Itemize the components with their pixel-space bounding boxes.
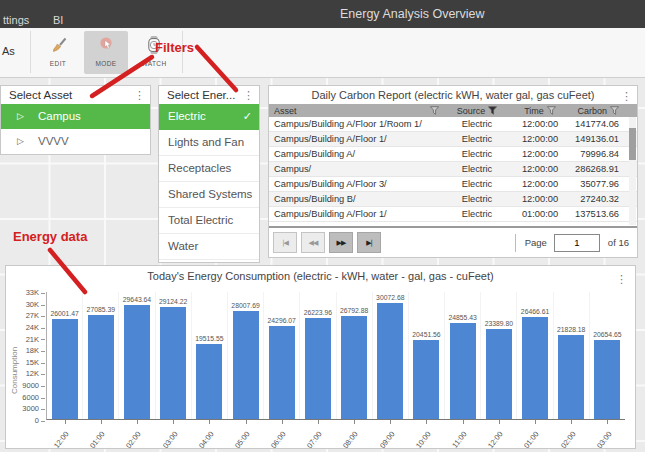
chart-bar[interactable] [88, 315, 114, 419]
chart-bar[interactable] [413, 340, 439, 419]
chart-bar-slot: 26223.96 [299, 292, 335, 419]
chart-bar-slot: 29643.64 [118, 292, 154, 419]
x-axis-tick-label: 07:00 [305, 430, 324, 450]
x-axis-tick: 09:00 [372, 422, 408, 448]
x-axis-tick: 11:00 [444, 422, 480, 448]
bar-value-label: 23389.80 [485, 320, 513, 327]
filter-funnel-icon[interactable] [610, 106, 619, 115]
x-axis-tick-label: 05:00 [233, 430, 252, 450]
column-header-asset[interactable]: Asset [269, 106, 445, 116]
chart-bar[interactable] [233, 311, 259, 419]
cell-source: Electric [445, 194, 509, 204]
column-label: Asset [274, 106, 297, 116]
chart-bar[interactable] [269, 326, 295, 420]
scrollbar-thumb[interactable] [629, 128, 636, 160]
y-axis-tick-label: 9000 [22, 381, 39, 390]
bar-value-label: 19515.55 [195, 335, 223, 342]
cell-time: 12:00:00 [509, 149, 571, 159]
bar-value-label: 21828.18 [557, 326, 585, 333]
save-as-button-truncated[interactable]: As [2, 45, 15, 57]
energy-item-lights-and-fan[interactable]: Lights and Fan [159, 130, 259, 156]
column-header-time[interactable]: Time [509, 106, 571, 116]
menu-settings-truncated[interactable]: ttings [3, 14, 29, 26]
cell-carbon: 27240.32 [571, 194, 629, 204]
edit-button[interactable]: EDIT [36, 31, 80, 74]
energy-item-total-electric[interactable]: Total Electric [159, 208, 259, 234]
cell-time: 01:00:00 [509, 209, 571, 219]
y-axis-tick-label: 24K [26, 323, 39, 332]
mode-button[interactable]: MODE [84, 31, 128, 74]
x-axis-tick-label: 12:00 [486, 430, 505, 450]
chart-bar[interactable] [124, 305, 150, 419]
filter-funnel-icon[interactable] [488, 106, 497, 115]
cell-source: Electric [445, 134, 509, 144]
cell-source: Electric [445, 149, 509, 159]
bar-value-label: 28007.69 [231, 302, 259, 309]
kebab-menu-icon[interactable]: ⋮ [621, 87, 632, 106]
next-page-button[interactable]: ▶▶ [329, 232, 353, 253]
bar-value-label: 29124.22 [159, 298, 187, 305]
page-number-input[interactable] [554, 234, 600, 252]
table-header-row: AssetSourceTimeCarbon [269, 104, 637, 117]
chart-bar[interactable] [558, 335, 584, 419]
select-asset-header: Select Asset ⋮ [1, 86, 150, 104]
x-axis-tick-label: 09:00 [378, 430, 397, 450]
prev-page-button[interactable]: ◀◀ [301, 232, 325, 253]
page-title: Energy Analysis Overview [340, 7, 485, 21]
expander-icon[interactable]: ▷ [17, 104, 24, 129]
expander-icon[interactable]: ▷ [17, 129, 24, 154]
chart-bar[interactable] [594, 340, 620, 419]
title-bar: ttings BI Energy Analysis Overview [0, 0, 645, 28]
tree-item-vvvv[interactable]: ▷VVVV [1, 129, 150, 154]
tree-item-label: Campus [38, 110, 81, 122]
kebab-menu-icon[interactable]: ⋮ [243, 87, 254, 105]
pager-divider [515, 234, 516, 252]
tree-item-campus[interactable]: ▷Campus [1, 104, 150, 129]
chart-bar[interactable] [486, 329, 512, 419]
table-row: Campus/Building A/Floor 3/Electric12:00:… [269, 177, 637, 192]
x-axis-tick-label: 02:00 [124, 430, 143, 450]
energy-item-water[interactable]: Water [159, 234, 259, 260]
column-header-carbon[interactable]: Carbon [571, 106, 629, 116]
energy-data-annotation: Energy data [13, 229, 87, 244]
chart-bar[interactable] [377, 303, 403, 419]
chart-bar[interactable] [341, 316, 367, 419]
menu-bi[interactable]: BI [53, 14, 63, 26]
kebab-menu-icon[interactable]: ⋮ [134, 87, 145, 105]
y-axis-tick-label: 3000 [22, 404, 39, 413]
first-page-button[interactable]: |◀ [273, 232, 297, 253]
filter-funnel-icon[interactable] [547, 106, 556, 115]
chart-bar-slot: 24296.07 [263, 292, 299, 419]
chart-bar[interactable] [522, 317, 548, 419]
filter-funnel-icon[interactable] [430, 106, 439, 115]
chart-plot-area: 26001.4727085.3929643.6429124.2219515.55… [46, 292, 625, 420]
column-label: Time [524, 106, 544, 116]
chart-title-bar: Today's Energy Consumption (electric - k… [6, 266, 635, 286]
last-page-button[interactable]: ▶| [357, 232, 381, 253]
cell-asset: Campus/Building B/ [269, 194, 445, 204]
x-axis-tick: 12:00 [46, 422, 82, 448]
energy-item-label: Lights and Fan [168, 136, 244, 148]
chart-bar[interactable] [450, 323, 476, 419]
cell-asset: Campus/Building A/ [269, 149, 445, 159]
chart-bar[interactable] [160, 307, 186, 419]
cell-carbon: 286268.91 [571, 164, 629, 174]
table-row: Campus/Building B/Electric12:00:0027240.… [269, 192, 637, 207]
energy-item-receptacles[interactable]: Receptacles [159, 156, 259, 182]
touch-pointer-icon [96, 35, 116, 55]
energy-item-shared-systems[interactable]: Shared Systems [159, 182, 259, 208]
chart-bar[interactable] [52, 319, 78, 419]
table-scrollbar[interactable] [629, 117, 636, 225]
column-header-source[interactable]: Source [445, 106, 509, 116]
x-axis-tick: 07:00 [299, 422, 335, 448]
chart-bar[interactable] [305, 318, 331, 419]
kebab-menu-icon[interactable]: ⋮ [616, 269, 627, 290]
tree-item-label: VVVV [38, 135, 69, 147]
energy-item-electric[interactable]: Electric✓ [159, 104, 259, 130]
cell-time: 12:00:00 [509, 164, 571, 174]
y-axis: 030006000900012K15K18K21K24K27K30K33K [6, 292, 42, 420]
chart-bar-slot: 24855.43 [444, 292, 480, 419]
x-axis-tick: 12:00 [480, 422, 516, 448]
select-energy-header: Select Ener... ⋮ [159, 86, 259, 104]
chart-bar[interactable] [196, 344, 222, 419]
